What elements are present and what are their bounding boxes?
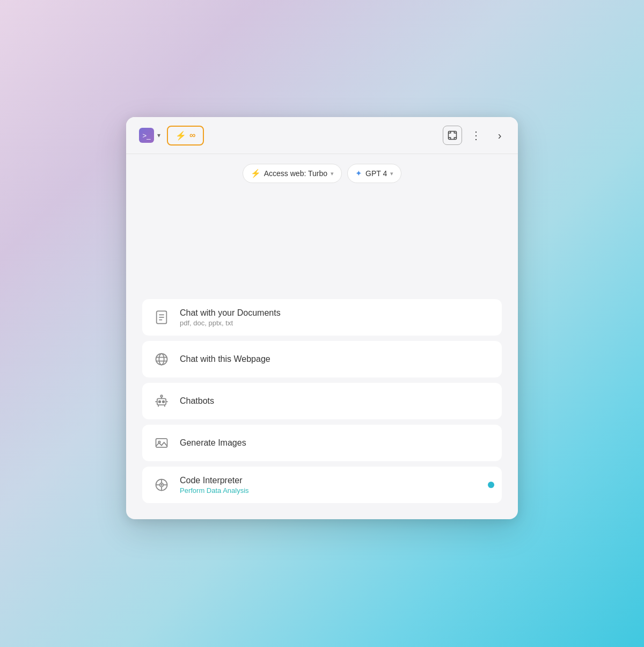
web-access-label: Access web: Turbo <box>264 169 327 178</box>
svg-point-5 <box>156 354 167 365</box>
gpt-stars-icon: ✦ <box>355 169 362 178</box>
code-icon <box>152 475 171 495</box>
chatbots-text: Chatbots <box>180 396 214 406</box>
chevron-right-icon: › <box>498 129 502 142</box>
svg-point-10 <box>159 401 161 403</box>
code-text: Code Interpreter Perform Data Analysis <box>180 476 249 495</box>
svg-rect-0 <box>449 132 457 140</box>
svg-point-22 <box>161 484 162 485</box>
feature-item-documents[interactable]: Chat with your Documents pdf, doc, pptx,… <box>142 299 502 336</box>
images-title: Generate Images <box>180 438 246 448</box>
documents-title: Chat with your Documents <box>180 308 281 318</box>
menu-button[interactable]: ⋮ <box>466 126 486 145</box>
logo-chevron-icon: ▾ <box>157 132 160 139</box>
documents-subtitle: pdf, doc, pptx, txt <box>180 319 281 327</box>
feature-list: Chat with your Documents pdf, doc, pptx,… <box>126 299 518 519</box>
svg-point-13 <box>160 395 163 397</box>
images-text: Generate Images <box>180 438 246 448</box>
svg-point-6 <box>159 354 164 365</box>
web-lightning-icon: ⚡ <box>251 169 261 178</box>
chatbots-title: Chatbots <box>180 396 214 406</box>
web-chevron-icon: ▾ <box>331 170 334 177</box>
chatbots-icon <box>152 391 171 411</box>
toolbar: >_ ▾ ⚡ ∞ ⋮ › <box>126 117 518 154</box>
notification-dot <box>488 482 494 488</box>
infinity-icon: ∞ <box>189 130 195 140</box>
webpage-icon <box>152 350 171 369</box>
feature-item-chatbots[interactable]: Chatbots <box>142 383 502 419</box>
webpage-title: Chat with this Webpage <box>180 354 270 364</box>
code-subtitle: Perform Data Analysis <box>180 486 249 495</box>
lightning-icon: ⚡ <box>175 130 186 141</box>
feature-item-code[interactable]: Code Interpreter Perform Data Analysis <box>142 467 502 503</box>
webpage-text: Chat with this Webpage <box>180 354 270 364</box>
code-title: Code Interpreter <box>180 476 249 485</box>
toolbar-left: >_ ▾ ⚡ ∞ <box>135 125 204 146</box>
forward-button[interactable]: › <box>490 126 509 145</box>
svg-point-11 <box>163 401 165 403</box>
toolbar-right: ⋮ › <box>443 126 509 145</box>
images-icon <box>152 433 171 453</box>
screenshot-button[interactable] <box>443 126 462 145</box>
turbo-button[interactable]: ⚡ ∞ <box>167 126 204 146</box>
feature-item-images[interactable]: Generate Images <box>142 425 502 461</box>
web-access-pill[interactable]: ⚡ Access web: Turbo ▾ <box>243 164 342 183</box>
menu-dots-icon: ⋮ <box>471 129 482 142</box>
gpt-pill[interactable]: ✦ GPT 4 ▾ <box>347 164 401 183</box>
main-content-area <box>126 192 518 299</box>
logo-icon: >_ <box>139 128 154 143</box>
logo-button[interactable]: >_ ▾ <box>135 125 165 146</box>
model-row: ⚡ Access web: Turbo ▾ ✦ GPT 4 ▾ <box>126 154 518 192</box>
feature-item-webpage[interactable]: Chat with this Webpage <box>142 341 502 377</box>
app-window: >_ ▾ ⚡ ∞ ⋮ › ⚡ <box>126 117 518 519</box>
gpt-chevron-icon: ▾ <box>390 170 393 177</box>
screenshot-icon <box>447 130 458 141</box>
documents-text: Chat with your Documents pdf, doc, pptx,… <box>180 308 281 327</box>
gpt-label: GPT 4 <box>365 169 387 178</box>
documents-icon <box>152 308 171 327</box>
